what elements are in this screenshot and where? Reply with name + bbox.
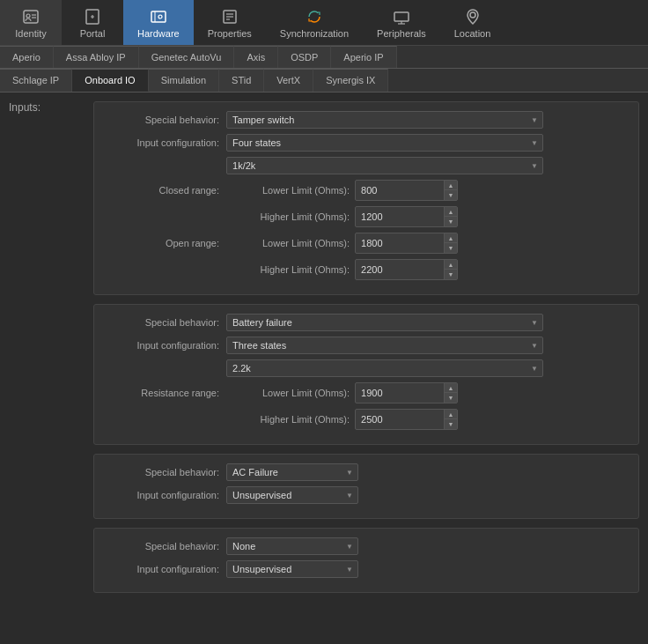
resistance-select-wrapper-2: 1k/2k 2.2k Custom: [226, 359, 543, 377]
resist-higher-spinner-btns: ▲ ▼: [444, 410, 457, 429]
nav-identity[interactable]: Identity: [0, 0, 62, 45]
input-config-select-wrapper-3: Four states Three states Unsupervised: [226, 486, 358, 504]
svg-point-15: [470, 12, 475, 18]
main-content: Inputs: Special behavior: Tamper switch …: [0, 93, 648, 640]
hardware-icon: [149, 7, 168, 26]
identity-icon: [21, 7, 40, 26]
input-section-3: Special behavior: Tamper switch Battery …: [93, 454, 639, 519]
tab-schlage-ip[interactable]: Schlage IP: [0, 69, 72, 92]
nav-portal[interactable]: Portal: [62, 0, 123, 45]
closed-lower-label: Lower Limit (Ohms):: [226, 185, 350, 196]
input-config-row-2: Input configuration: Four states Three s…: [105, 337, 628, 354]
open-lower-input[interactable]: [356, 235, 444, 251]
special-behavior-select-wrapper-4: Tamper switch Battery failure AC Failure…: [226, 537, 358, 555]
tab-aperio[interactable]: Aperio: [0, 46, 54, 68]
resistance-select-2[interactable]: 1k/2k 2.2k Custom: [226, 359, 543, 377]
input-config-row-1: Input configuration: Four states Three s…: [105, 134, 628, 152]
special-behavior-select-3[interactable]: Tamper switch Battery failure AC Failure…: [226, 463, 358, 481]
svg-rect-12: [394, 12, 409, 21]
open-lower-up[interactable]: ▲: [445, 233, 457, 243]
nav-hardware-label: Hardware: [137, 28, 180, 39]
special-behavior-row-3: Special behavior: Tamper switch Battery …: [105, 463, 628, 481]
resistance-select-wrapper-1: 1k/2k 2.2k Custom: [226, 157, 543, 174]
open-higher-input[interactable]: [356, 262, 444, 278]
resist-higher-input[interactable]: [356, 411, 444, 427]
open-range-row: Open range: Lower Limit (Ohms): ▲ ▼: [105, 233, 628, 254]
inputs-label: Inputs:: [9, 101, 40, 114]
synchronization-icon: [305, 7, 324, 26]
resist-higher-up[interactable]: ▲: [445, 410, 457, 419]
special-behavior-row-1: Special behavior: Tamper switch Battery …: [105, 111, 628, 129]
input-config-select-wrapper-4: Four states Three states Unsupervised: [226, 560, 358, 578]
resist-higher-down[interactable]: ▼: [445, 419, 457, 429]
resist-lower-up[interactable]: ▲: [445, 383, 457, 393]
special-behavior-select-2[interactable]: Tamper switch Battery failure AC Failure…: [226, 314, 543, 331]
closed-higher-label: Higher Limit (Ohms):: [226, 211, 350, 222]
tab-simulation[interactable]: Simulation: [149, 69, 219, 92]
resist-higher-label: Higher Limit (Ohms):: [226, 414, 350, 425]
input-config-select-3[interactable]: Four states Three states Unsupervised: [226, 486, 358, 504]
closed-higher-down[interactable]: ▼: [445, 217, 457, 226]
nav-location[interactable]: Location: [440, 0, 505, 45]
portal-icon: [83, 7, 102, 26]
nav-portal-label: Portal: [80, 28, 106, 39]
input-config-select-wrapper-2: Four states Three states Unsupervised: [226, 337, 543, 354]
input-config-select-2[interactable]: Four states Three states Unsupervised: [226, 337, 543, 354]
tab-axis[interactable]: Axis: [234, 46, 278, 68]
open-higher-spinner: ▲ ▼: [355, 259, 458, 280]
resist-lower-input[interactable]: [356, 385, 444, 401]
special-behavior-label-2: Special behavior:: [105, 317, 219, 328]
tab-osdp[interactable]: OSDP: [278, 46, 331, 68]
resistance-row-2: 1k/2k 2.2k Custom: [105, 359, 628, 377]
input-config-label-4: Input configuration:: [105, 564, 219, 574]
closed-range-label: Closed range:: [105, 185, 219, 196]
tab-onboard-io[interactable]: Onboard IO: [72, 69, 148, 92]
nav-properties[interactable]: Properties: [194, 0, 266, 45]
tab-stid[interactable]: STid: [219, 69, 264, 92]
resist-higher-row: Higher Limit (Ohms): ▲ ▼: [105, 409, 628, 430]
tab-assa-abloy-ip[interactable]: Assa Abloy IP: [54, 46, 139, 68]
closed-range-row: Closed range: Lower Limit (Ohms): ▲ ▼: [105, 180, 628, 201]
nav-synchronization[interactable]: Synchronization: [266, 0, 363, 45]
nav-peripherals-label: Peripherals: [377, 28, 426, 39]
special-behavior-label-3: Special behavior:: [105, 467, 219, 477]
resist-lower-row: Resistance range: Lower Limit (Ohms): ▲ …: [105, 382, 628, 403]
special-behavior-select-1[interactable]: Tamper switch Battery failure AC Failure…: [226, 111, 543, 129]
open-lower-spinner: ▲ ▼: [355, 233, 458, 254]
closed-higher-input[interactable]: [356, 209, 444, 225]
tab-row-2: Schlage IP Onboard IO Simulation STid Ve…: [0, 69, 648, 93]
open-lower-spinner-btns: ▲ ▼: [444, 233, 457, 253]
nav-identity-label: Identity: [15, 28, 46, 39]
special-behavior-row-2: Special behavior: Tamper switch Battery …: [105, 314, 628, 331]
resist-lower-spinner: ▲ ▼: [355, 382, 458, 403]
closed-higher-up[interactable]: ▲: [445, 207, 457, 217]
svg-point-1: [26, 14, 30, 18]
resistance-select-1[interactable]: 1k/2k 2.2k Custom: [226, 157, 543, 174]
input-config-label-1: Input configuration:: [105, 137, 219, 148]
open-range-label: Open range:: [105, 238, 219, 248]
resist-lower-down[interactable]: ▼: [445, 393, 457, 403]
open-lower-down[interactable]: ▼: [445, 243, 457, 253]
tab-synergis-ix[interactable]: Synergis IX: [313, 69, 388, 92]
resistance-row-1: 1k/2k 2.2k Custom: [105, 157, 628, 174]
tab-vertx[interactable]: VertX: [264, 69, 313, 92]
open-higher-label: Higher Limit (Ohms):: [226, 264, 350, 275]
location-icon: [463, 7, 482, 26]
closed-lower-input[interactable]: [356, 182, 444, 198]
closed-lower-up[interactable]: ▲: [445, 181, 457, 190]
open-higher-up[interactable]: ▲: [445, 260, 457, 270]
top-navigation: Identity Portal Hardware: [0, 0, 648, 46]
special-behavior-select-wrapper-1: Tamper switch Battery failure AC Failure…: [226, 111, 543, 129]
input-config-select-4[interactable]: Four states Three states Unsupervised: [226, 560, 358, 578]
nav-hardware[interactable]: Hardware: [123, 0, 194, 45]
special-behavior-select-4[interactable]: Tamper switch Battery failure AC Failure…: [226, 537, 358, 555]
input-config-select-1[interactable]: Four states Three states Unsupervised: [226, 134, 543, 152]
closed-lower-down[interactable]: ▼: [445, 190, 457, 200]
tab-aperio-ip[interactable]: Aperio IP: [331, 46, 396, 68]
nav-peripherals[interactable]: Peripherals: [363, 0, 440, 45]
resist-higher-spinner: ▲ ▼: [355, 409, 458, 430]
resist-range-label: Resistance range:: [105, 388, 219, 398]
open-higher-down[interactable]: ▼: [445, 270, 457, 279]
peripherals-icon: [392, 7, 411, 26]
tab-genetec-autovu[interactable]: Genetec AutoVu: [139, 46, 235, 68]
